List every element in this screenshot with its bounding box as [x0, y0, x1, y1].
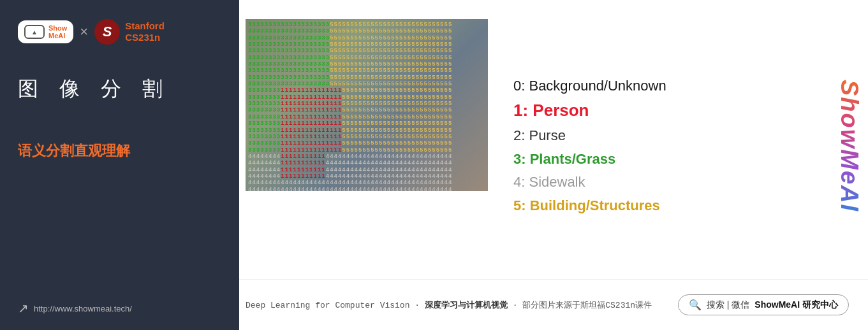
- showmeai-logo-icon: [24, 25, 45, 39]
- legend-area: 0: Background/Unknown 1: Person 2: Purse…: [488, 13, 849, 273]
- seg-grid: 3333333333333333333355555555555555555555…: [246, 19, 488, 191]
- x-sign: ×: [80, 24, 88, 40]
- search-bold: ShowMeAI 研究中心: [754, 299, 838, 311]
- showmeai-text: ShowMeAI: [48, 24, 67, 39]
- logo-bar: ShowMeAI × S Stanford CS231n: [18, 19, 165, 45]
- subtitle: 语义分割直观理解: [18, 141, 130, 161]
- legend-item-4: 4: Sidewalk: [513, 173, 836, 192]
- bottom-bar: Deep Learning for Computer Vision · 深度学习…: [239, 279, 868, 330]
- search-icon: 🔍: [689, 299, 702, 311]
- footer-description: Deep Learning for Computer Vision · 深度学习…: [246, 299, 652, 311]
- stanford-logo: S Stanford CS231n: [94, 19, 165, 45]
- stanford-s-icon: S: [94, 19, 120, 45]
- cursor-icon: ↗: [18, 301, 29, 316]
- legend-item-0: 0: Background/Unknown: [513, 77, 836, 96]
- segmentation-image: 3333333333333333333355555555555555555555…: [246, 19, 488, 191]
- legend-item-3: 3: Plants/Grass: [513, 150, 836, 169]
- watermark-right: ShowMeAI: [835, 13, 863, 279]
- footer-link: ↗ http://www.showmeai.tech/: [18, 301, 132, 316]
- legend-item-5: 5: Building/Structures: [513, 197, 836, 215]
- search-label: 搜索 | 微信: [707, 299, 749, 311]
- section-title: 图 像 分 割: [18, 75, 170, 103]
- watermark-text: ShowMeAI: [835, 80, 863, 212]
- footer-url: http://www.showmeai.tech/: [34, 304, 132, 313]
- content-area: 3333333333333333333355555555555555555555…: [239, 0, 868, 279]
- stanford-text: Stanford CS231n: [125, 20, 165, 43]
- legend-item-1: 1: Person: [513, 100, 836, 122]
- legend-item-2: 2: Purse: [513, 127, 836, 145]
- showmeai-logo: ShowMeAI: [18, 20, 73, 43]
- search-box[interactable]: 🔍 搜索 | 微信 ShowMeAI 研究中心: [678, 294, 849, 315]
- sidebar: ShowMeAI × S Stanford CS231n 图 像 分 割 语义分…: [0, 0, 239, 330]
- main-content: 3333333333333333333355555555555555555555…: [239, 0, 868, 330]
